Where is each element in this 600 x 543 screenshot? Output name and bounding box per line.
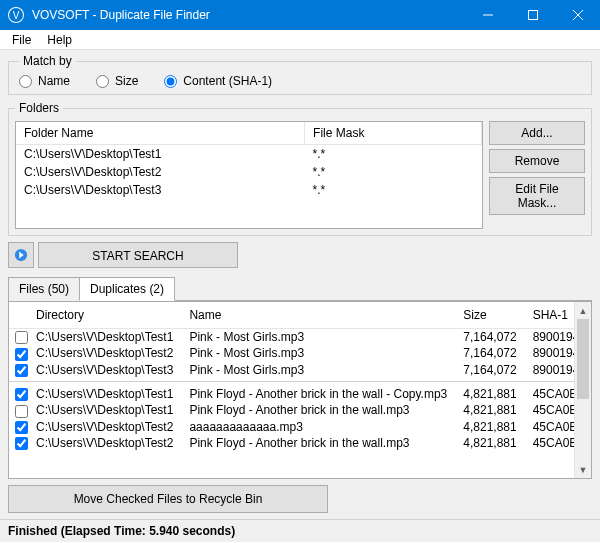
result-name-cell: Pink - Most Girls.mp3 <box>181 329 455 346</box>
result-row[interactable]: C:\Users\V\Desktop\Test1Pink - Most Girl… <box>9 329 574 346</box>
match-size-radio[interactable]: Size <box>96 74 138 88</box>
result-name-cell: Pink - Most Girls.mp3 <box>181 362 455 378</box>
result-checkbox[interactable] <box>15 364 28 377</box>
result-row[interactable]: C:\Users\V\Desktop\Test1Pink Floyd - Ano… <box>9 386 574 402</box>
result-size-cell: 7,164,072 <box>455 345 524 361</box>
match-name-label: Name <box>38 74 70 88</box>
folder-name-cell: C:\Users\V\Desktop\Test3 <box>16 181 305 199</box>
result-sha-cell: 45CA0E38D6CA... <box>525 435 574 451</box>
match-name-input[interactable] <box>19 75 32 88</box>
scroll-thumb[interactable] <box>577 319 589 399</box>
result-name-cell: Pink - Most Girls.mp3 <box>181 345 455 361</box>
result-name-cell: Pink Floyd - Another brick in the wall.m… <box>181 402 455 418</box>
tab-duplicates[interactable]: Duplicates (2) <box>79 277 175 301</box>
window-controls <box>465 0 600 30</box>
tabs: Files (50) Duplicates (2) <box>8 276 592 301</box>
result-row[interactable]: C:\Users\V\Desktop\Test1Pink Floyd - Ano… <box>9 402 574 418</box>
folder-row[interactable]: C:\Users\V\Desktop\Test1*.* <box>16 145 482 164</box>
result-dir-cell: C:\Users\V\Desktop\Test1 <box>28 386 181 402</box>
results-scrollbar[interactable]: ▲ ▼ <box>574 302 591 478</box>
app-icon: V <box>8 7 24 23</box>
result-size-cell: 7,164,072 <box>455 329 524 346</box>
result-row[interactable]: C:\Users\V\Desktop\Test2Pink - Most Girl… <box>9 345 574 361</box>
result-row[interactable]: C:\Users\V\Desktop\Test2Pink Floyd - Ano… <box>9 435 574 451</box>
folder-mask-cell: *.* <box>305 145 482 164</box>
results-header-sha[interactable]: SHA-1 <box>525 302 574 329</box>
result-size-cell: 4,821,881 <box>455 435 524 451</box>
result-size-cell: 4,821,881 <box>455 419 524 435</box>
result-row[interactable]: C:\Users\V\Desktop\Test2aaaaaaaaaaaaa.mp… <box>9 419 574 435</box>
folders-group: Folders Folder Name File Mask C:\Users\V… <box>8 101 592 236</box>
folder-name-cell: C:\Users\V\Desktop\Test2 <box>16 163 305 181</box>
folders-header-name[interactable]: Folder Name <box>16 122 305 145</box>
folders-list[interactable]: Folder Name File Mask C:\Users\V\Desktop… <box>15 121 483 229</box>
maximize-button[interactable] <box>510 0 555 30</box>
tab-files[interactable]: Files (50) <box>8 277 80 301</box>
result-checkbox[interactable] <box>15 421 28 434</box>
match-name-radio[interactable]: Name <box>19 74 70 88</box>
result-sha-cell: 89001948AF020... <box>525 329 574 346</box>
menu-help[interactable]: Help <box>39 31 80 49</box>
add-button[interactable]: Add... <box>489 121 585 145</box>
folders-header-mask[interactable]: File Mask <box>305 122 482 145</box>
remove-button[interactable]: Remove <box>489 149 585 173</box>
scroll-up-icon[interactable]: ▲ <box>575 302 591 319</box>
folder-mask-cell: *.* <box>305 181 482 199</box>
match-size-label: Size <box>115 74 138 88</box>
window-title: VOVSOFT - Duplicate File Finder <box>32 8 465 22</box>
result-sha-cell: 89001948AF020... <box>525 362 574 378</box>
minimize-button[interactable] <box>465 0 510 30</box>
titlebar: V VOVSOFT - Duplicate File Finder <box>0 0 600 30</box>
close-button[interactable] <box>555 0 600 30</box>
arrow-right-icon <box>14 248 28 262</box>
svg-rect-3 <box>528 11 537 20</box>
result-sha-cell: 45CA0E38D6CA... <box>525 386 574 402</box>
result-checkbox[interactable] <box>15 437 28 450</box>
result-name-cell: Pink Floyd - Another brick in the wall -… <box>181 386 455 402</box>
result-sha-cell: 89001948AF020... <box>525 345 574 361</box>
scroll-down-icon[interactable]: ▼ <box>575 461 591 478</box>
result-name-cell: aaaaaaaaaaaaa.mp3 <box>181 419 455 435</box>
result-row[interactable]: C:\Users\V\Desktop\Test3Pink - Most Girl… <box>9 362 574 378</box>
result-sha-cell: 45CA0E38D6CA... <box>525 419 574 435</box>
result-dir-cell: C:\Users\V\Desktop\Test2 <box>28 419 181 435</box>
match-content-label: Content (SHA-1) <box>183 74 272 88</box>
match-content-radio[interactable]: Content (SHA-1) <box>164 74 272 88</box>
result-checkbox[interactable] <box>15 388 28 401</box>
menu-file[interactable]: File <box>4 31 39 49</box>
move-to-recycle-button[interactable]: Move Checked Files to Recycle Bin <box>8 485 328 513</box>
match-by-legend: Match by <box>19 54 76 68</box>
result-checkbox[interactable] <box>15 348 28 361</box>
folders-legend: Folders <box>15 101 63 115</box>
match-by-group: Match by Name Size Content (SHA-1) <box>8 54 592 95</box>
result-dir-cell: C:\Users\V\Desktop\Test1 <box>28 329 181 346</box>
match-size-input[interactable] <box>96 75 109 88</box>
folder-row[interactable]: C:\Users\V\Desktop\Test3*.* <box>16 181 482 199</box>
results-header-size[interactable]: Size <box>455 302 524 329</box>
result-sha-cell: 45CA0E38D6CA... <box>525 402 574 418</box>
start-search-button[interactable]: START SEARCH <box>38 242 238 268</box>
folder-mask-cell: *.* <box>305 163 482 181</box>
search-icon-button[interactable] <box>8 242 34 268</box>
svg-text:V: V <box>13 10 20 21</box>
results-header-name[interactable]: Name <box>181 302 455 329</box>
results-panel: Directory Name Size SHA-1 C:\Users\V\Des… <box>8 301 592 479</box>
folder-row[interactable]: C:\Users\V\Desktop\Test2*.* <box>16 163 482 181</box>
result-dir-cell: C:\Users\V\Desktop\Test2 <box>28 345 181 361</box>
results-header-directory[interactable]: Directory <box>28 302 181 329</box>
edit-mask-button[interactable]: Edit File Mask... <box>489 177 585 215</box>
result-dir-cell: C:\Users\V\Desktop\Test1 <box>28 402 181 418</box>
result-size-cell: 7,164,072 <box>455 362 524 378</box>
result-dir-cell: C:\Users\V\Desktop\Test2 <box>28 435 181 451</box>
result-checkbox[interactable] <box>15 405 28 418</box>
result-checkbox[interactable] <box>15 331 28 344</box>
result-size-cell: 4,821,881 <box>455 402 524 418</box>
match-content-input[interactable] <box>164 75 177 88</box>
result-dir-cell: C:\Users\V\Desktop\Test3 <box>28 362 181 378</box>
result-name-cell: Pink Floyd - Another brick in the wall.m… <box>181 435 455 451</box>
menubar: File Help <box>0 30 600 50</box>
result-size-cell: 4,821,881 <box>455 386 524 402</box>
status-bar: Finished (Elapsed Time: 5.940 seconds) <box>0 519 600 542</box>
folder-name-cell: C:\Users\V\Desktop\Test1 <box>16 145 305 164</box>
